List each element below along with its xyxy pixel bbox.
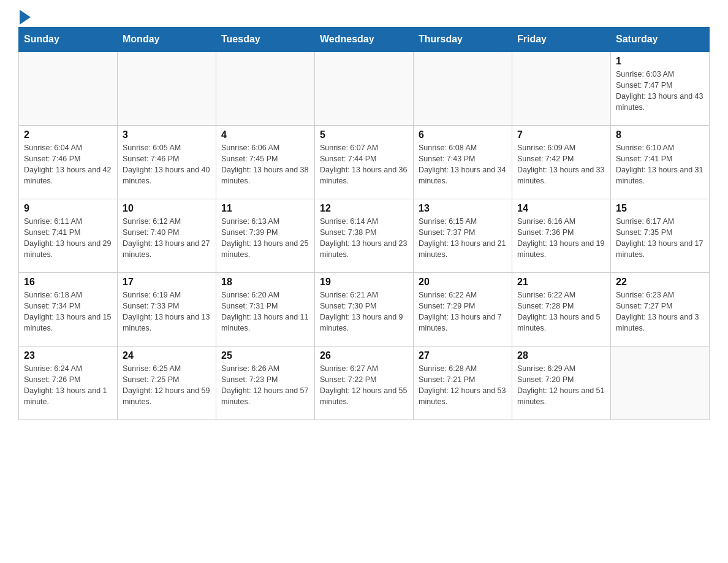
calendar-cell: 21Sunrise: 6:22 AMSunset: 7:28 PMDayligh… — [512, 272, 611, 346]
calendar-cell: 10Sunrise: 6:12 AMSunset: 7:40 PMDayligh… — [118, 199, 216, 272]
calendar-cell — [414, 52, 512, 125]
calendar-week-row: 9Sunrise: 6:11 AMSunset: 7:41 PMDaylight… — [19, 199, 710, 272]
day-number: 14 — [517, 203, 605, 214]
day-number: 11 — [221, 203, 309, 214]
day-info: Sunrise: 6:07 AMSunset: 7:44 PMDaylight:… — [320, 142, 408, 187]
day-number: 1 — [616, 56, 704, 67]
calendar-cell: 14Sunrise: 6:16 AMSunset: 7:36 PMDayligh… — [512, 199, 611, 272]
calendar-cell: 16Sunrise: 6:18 AMSunset: 7:34 PMDayligh… — [19, 272, 118, 346]
calendar-cell: 17Sunrise: 6:19 AMSunset: 7:33 PMDayligh… — [118, 272, 216, 346]
calendar-cell: 26Sunrise: 6:27 AMSunset: 7:22 PMDayligh… — [315, 346, 414, 419]
day-info: Sunrise: 6:04 AMSunset: 7:46 PMDaylight:… — [24, 142, 112, 187]
day-number: 2 — [24, 129, 112, 140]
day-number: 24 — [123, 350, 211, 361]
calendar-cell — [118, 52, 216, 125]
day-number: 5 — [320, 129, 408, 140]
day-info: Sunrise: 6:16 AMSunset: 7:36 PMDaylight:… — [517, 216, 605, 261]
day-number: 16 — [24, 277, 112, 288]
day-info: Sunrise: 6:13 AMSunset: 7:39 PMDaylight:… — [221, 216, 309, 261]
day-info: Sunrise: 6:15 AMSunset: 7:37 PMDaylight:… — [419, 216, 507, 261]
day-number: 15 — [616, 203, 704, 214]
day-info: Sunrise: 6:22 AMSunset: 7:28 PMDaylight:… — [517, 289, 605, 334]
page-header — [18, 12, 710, 21]
weekday-header-thursday: Thursday — [414, 28, 512, 52]
calendar-cell: 22Sunrise: 6:23 AMSunset: 7:27 PMDayligh… — [611, 272, 710, 346]
calendar-cell: 20Sunrise: 6:22 AMSunset: 7:29 PMDayligh… — [414, 272, 512, 346]
calendar-cell — [315, 52, 414, 125]
calendar-cell: 9Sunrise: 6:11 AMSunset: 7:41 PMDaylight… — [19, 199, 118, 272]
day-number: 17 — [123, 277, 211, 288]
calendar-cell: 1Sunrise: 6:03 AMSunset: 7:47 PMDaylight… — [611, 52, 710, 125]
day-info: Sunrise: 6:19 AMSunset: 7:33 PMDaylight:… — [123, 289, 211, 334]
day-number: 12 — [320, 203, 408, 214]
weekday-header-tuesday: Tuesday — [216, 28, 315, 52]
calendar-header-row: SundayMondayTuesdayWednesdayThursdayFrid… — [19, 28, 710, 52]
day-number: 3 — [123, 129, 211, 140]
weekday-header-sunday: Sunday — [19, 28, 118, 52]
calendar-cell: 4Sunrise: 6:06 AMSunset: 7:45 PMDaylight… — [216, 125, 315, 199]
day-number: 4 — [221, 129, 309, 140]
day-info: Sunrise: 6:21 AMSunset: 7:30 PMDaylight:… — [320, 289, 408, 334]
calendar-cell — [512, 52, 611, 125]
day-info: Sunrise: 6:03 AMSunset: 7:47 PMDaylight:… — [616, 69, 704, 113]
day-number: 7 — [517, 129, 605, 140]
day-info: Sunrise: 6:08 AMSunset: 7:43 PMDaylight:… — [419, 142, 507, 187]
day-info: Sunrise: 6:11 AMSunset: 7:41 PMDaylight:… — [24, 216, 112, 261]
day-info: Sunrise: 6:18 AMSunset: 7:34 PMDaylight:… — [24, 289, 112, 334]
day-info: Sunrise: 6:12 AMSunset: 7:40 PMDaylight:… — [123, 216, 211, 261]
day-info: Sunrise: 6:09 AMSunset: 7:42 PMDaylight:… — [517, 142, 605, 187]
day-info: Sunrise: 6:17 AMSunset: 7:35 PMDaylight:… — [616, 216, 704, 261]
calendar-cell: 13Sunrise: 6:15 AMSunset: 7:37 PMDayligh… — [414, 199, 512, 272]
day-number: 26 — [320, 350, 408, 361]
day-info: Sunrise: 6:27 AMSunset: 7:22 PMDaylight:… — [320, 363, 408, 408]
calendar-cell: 8Sunrise: 6:10 AMSunset: 7:41 PMDaylight… — [611, 125, 710, 199]
calendar-cell: 3Sunrise: 6:05 AMSunset: 7:46 PMDaylight… — [118, 125, 216, 199]
day-info: Sunrise: 6:22 AMSunset: 7:29 PMDaylight:… — [419, 289, 507, 334]
day-number: 22 — [616, 277, 704, 288]
day-info: Sunrise: 6:26 AMSunset: 7:23 PMDaylight:… — [221, 363, 309, 408]
calendar-cell: 6Sunrise: 6:08 AMSunset: 7:43 PMDaylight… — [414, 125, 512, 199]
weekday-header-wednesday: Wednesday — [315, 28, 414, 52]
day-info: Sunrise: 6:25 AMSunset: 7:25 PMDaylight:… — [123, 363, 211, 408]
day-number: 28 — [517, 350, 605, 361]
day-info: Sunrise: 6:14 AMSunset: 7:38 PMDaylight:… — [320, 216, 408, 261]
day-number: 23 — [24, 350, 112, 361]
day-number: 18 — [221, 277, 309, 288]
calendar-cell: 19Sunrise: 6:21 AMSunset: 7:30 PMDayligh… — [315, 272, 414, 346]
day-number: 21 — [517, 277, 605, 288]
day-info: Sunrise: 6:28 AMSunset: 7:21 PMDaylight:… — [419, 363, 507, 408]
calendar-cell — [216, 52, 315, 125]
day-number: 19 — [320, 277, 408, 288]
calendar-cell: 12Sunrise: 6:14 AMSunset: 7:38 PMDayligh… — [315, 199, 414, 272]
calendar-cell: 15Sunrise: 6:17 AMSunset: 7:35 PMDayligh… — [611, 199, 710, 272]
calendar-cell: 23Sunrise: 6:24 AMSunset: 7:26 PMDayligh… — [19, 346, 118, 419]
calendar-week-row: 16Sunrise: 6:18 AMSunset: 7:34 PMDayligh… — [19, 272, 710, 346]
calendar-cell: 24Sunrise: 6:25 AMSunset: 7:25 PMDayligh… — [118, 346, 216, 419]
calendar-cell: 2Sunrise: 6:04 AMSunset: 7:46 PMDaylight… — [19, 125, 118, 199]
day-number: 10 — [123, 203, 211, 214]
weekday-header-monday: Monday — [118, 28, 216, 52]
day-info: Sunrise: 6:06 AMSunset: 7:45 PMDaylight:… — [221, 142, 309, 187]
calendar-cell — [611, 346, 710, 419]
calendar-cell: 18Sunrise: 6:20 AMSunset: 7:31 PMDayligh… — [216, 272, 315, 346]
weekday-header-friday: Friday — [512, 28, 611, 52]
day-number: 25 — [221, 350, 309, 361]
calendar-cell — [19, 52, 118, 125]
day-info: Sunrise: 6:20 AMSunset: 7:31 PMDaylight:… — [221, 289, 309, 334]
calendar-cell: 27Sunrise: 6:28 AMSunset: 7:21 PMDayligh… — [414, 346, 512, 419]
calendar-cell: 5Sunrise: 6:07 AMSunset: 7:44 PMDaylight… — [315, 125, 414, 199]
calendar-cell: 25Sunrise: 6:26 AMSunset: 7:23 PMDayligh… — [216, 346, 315, 419]
day-info: Sunrise: 6:05 AMSunset: 7:46 PMDaylight:… — [123, 142, 211, 187]
day-info: Sunrise: 6:10 AMSunset: 7:41 PMDaylight:… — [616, 142, 704, 187]
calendar-week-row: 1Sunrise: 6:03 AMSunset: 7:47 PMDaylight… — [19, 52, 710, 125]
calendar-table: SundayMondayTuesdayWednesdayThursdayFrid… — [18, 27, 710, 420]
calendar-week-row: 2Sunrise: 6:04 AMSunset: 7:46 PMDaylight… — [19, 125, 710, 199]
calendar-week-row: 23Sunrise: 6:24 AMSunset: 7:26 PMDayligh… — [19, 346, 710, 419]
day-number: 27 — [419, 350, 507, 361]
weekday-header-saturday: Saturday — [611, 28, 710, 52]
day-number: 13 — [419, 203, 507, 214]
day-info: Sunrise: 6:29 AMSunset: 7:20 PMDaylight:… — [517, 363, 605, 408]
day-number: 20 — [419, 277, 507, 288]
day-number: 9 — [24, 203, 112, 214]
calendar-cell: 28Sunrise: 6:29 AMSunset: 7:20 PMDayligh… — [512, 346, 611, 419]
